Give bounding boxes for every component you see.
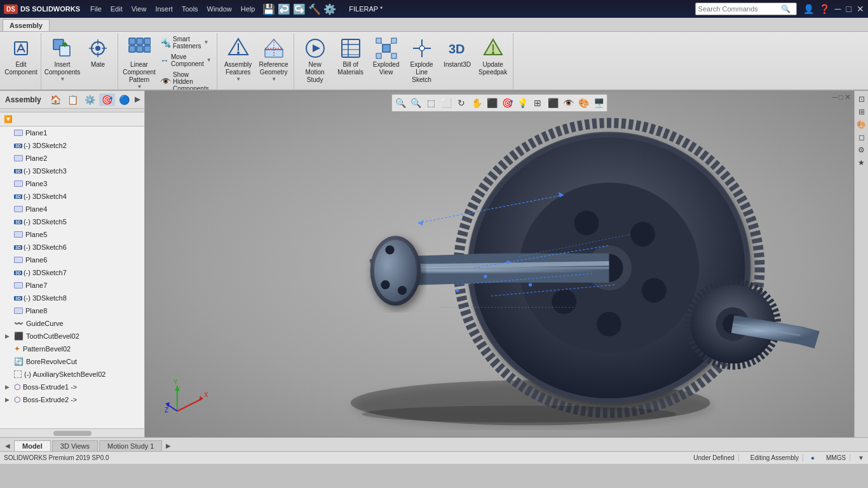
rotate-icon[interactable]: ↻ (454, 96, 468, 110)
tab-model[interactable]: Model (14, 440, 51, 451)
minimize-icon[interactable]: ─ (835, 4, 841, 14)
new-motion-study-button[interactable]: NewMotionStudy (298, 34, 332, 80)
pan-icon[interactable]: ✋ (470, 96, 484, 110)
instant3d-button[interactable]: 3D Instant3D (440, 34, 475, 80)
bottom-tab-scroll-left[interactable]: ◀ (3, 440, 13, 451)
scrollbar-thumb[interactable] (53, 431, 92, 436)
qa-rebuild-icon[interactable]: 🔨 (308, 3, 321, 15)
tab-motion-study-1[interactable]: Motion Study 1 (99, 440, 162, 451)
section-view-icon[interactable]: ⬛ (485, 96, 499, 110)
update-speedpak-button[interactable]: UpdateSpeedpak (476, 34, 510, 80)
tree-item-boss-extrude2[interactable]: ▶ ⬡ Boss-Extrude2 -> (0, 393, 144, 406)
tree-item-3dsketch4[interactable]: 3D (-) 3DSketch4 (0, 190, 144, 203)
tree-item-plane7[interactable]: Plane7 (0, 279, 144, 292)
maximize-icon[interactable]: □ (846, 4, 851, 14)
menu-tools[interactable]: Tools (178, 4, 202, 14)
move-component-button[interactable]: ↔️ MoveComponent ▼ (158, 52, 214, 69)
shading-icon[interactable]: 💡 (515, 96, 529, 110)
view-orient-icon[interactable]: 🎯 (500, 96, 514, 110)
reference-geometry-dropdown[interactable]: ▼ (271, 76, 276, 82)
user-icon[interactable]: 👤 (803, 4, 814, 14)
menu-view[interactable]: View (128, 4, 151, 14)
rp-btn-4[interactable]: ◻ (856, 132, 867, 143)
tree-item-guidecurve[interactable]: 〰️ GuideCurve (0, 317, 144, 330)
tree-item-plane2[interactable]: Plane2 (0, 152, 144, 165)
rp-btn-3[interactable]: 🎨 (856, 119, 867, 130)
tree-item-boss-extrude1[interactable]: ▶ ⬡ Boss-Extrude1 -> (0, 381, 144, 393)
mate-button[interactable]: Mate (81, 34, 115, 80)
insert-components-button[interactable]: InsertComponents ▼ (45, 34, 79, 80)
smart-fasteners-dropdown[interactable]: ▼ (203, 39, 208, 45)
panel-forward-icon[interactable]: ▶ (133, 93, 142, 106)
search-input[interactable] (698, 5, 781, 13)
rp-btn-1[interactable]: ⊡ (856, 93, 867, 105)
tree-item-3dsketch7[interactable]: 3D (-) 3DSketch7 (0, 266, 144, 279)
tree-item-plane1[interactable]: Plane1 (0, 126, 144, 139)
assembly-features-dropdown[interactable]: ▼ (236, 76, 241, 82)
scene-icon[interactable]: 🖥️ (592, 96, 606, 110)
qa-save-icon[interactable]: 💾 (262, 3, 275, 15)
qa-redo-icon[interactable]: ↪️ (293, 3, 306, 15)
explode-line-sketch-button[interactable]: ExplodeLineSketch (405, 34, 439, 80)
tab-3d-views[interactable]: 3D Views (52, 440, 98, 451)
rp-btn-5[interactable]: ⚙ (856, 144, 867, 156)
rp-btn-2[interactable]: ⊞ (856, 106, 867, 118)
viewport[interactable]: 🔍 🔍 ⬚ ⬜ ↻ ✋ ⬛ 🎯 💡 ⊞ ⬛ 👁️ 🎨 🖥️ (145, 91, 854, 437)
appearance-icon[interactable]: 🎨 (576, 96, 590, 110)
edit-component-button[interactable]: EditComponent (4, 34, 38, 80)
qa-options-icon[interactable]: ⚙️ (323, 3, 336, 15)
units-dropdown[interactable]: ▼ (858, 454, 864, 461)
menu-window[interactable]: Window (203, 4, 236, 14)
hide-show-icon[interactable]: 👁️ (561, 96, 575, 110)
feature-tree[interactable]: Plane1 3D (-) 3DSketch2 Plane2 3D (-) 3D… (0, 126, 144, 428)
menu-edit[interactable]: Edit (107, 4, 126, 14)
tree-item-auxiliarysketchbevel02[interactable]: (-) AuxiliarySketchBevel02 (0, 368, 144, 381)
tab-assembly[interactable]: Assembly (3, 19, 50, 31)
tree-item-plane6[interactable]: Plane6 (0, 254, 144, 266)
menu-insert[interactable]: Insert (151, 4, 177, 14)
tree-item-plane4[interactable]: Plane4 (0, 203, 144, 215)
menu-help[interactable]: Help (237, 4, 259, 14)
insert-components-dropdown[interactable]: ▼ (60, 76, 65, 82)
linear-component-pattern-dropdown[interactable]: ▼ (137, 84, 142, 90)
zoom-area-icon[interactable]: ⬚ (424, 96, 438, 110)
bottom-tab-scroll-right[interactable]: ▶ (163, 440, 173, 451)
configuration-manager-icon[interactable]: ⚙️ (82, 93, 98, 106)
tree-item-3dsketch3[interactable]: 3D (-) 3DSketch3 (0, 165, 144, 177)
horizontal-scrollbar[interactable] (0, 428, 144, 437)
search-icon[interactable]: 🔍 (781, 4, 790, 13)
smart-fasteners-button[interactable]: 🔩 SmartFasteners ▼ (158, 34, 214, 51)
tree-item-patternbevel02[interactable]: ✦ PatternBevel02 (0, 342, 144, 355)
tree-item-3dsketch5[interactable]: 3D (-) 3DSketch5 (0, 215, 144, 228)
tree-item-3dsketch8[interactable]: 3D (-) 3DSketch8 (0, 292, 144, 304)
tree-item-3dsketch6[interactable]: 3D (-) 3DSketch6 (0, 241, 144, 254)
viewport-maximize-icon[interactable]: □ (839, 93, 843, 102)
close-icon[interactable]: ✕ (857, 4, 864, 14)
dim-xpert-icon[interactable]: 🎯 (99, 93, 115, 106)
zoom-to-fit-icon[interactable]: 🔍 (409, 96, 423, 110)
search-box[interactable]: 🔍 (695, 3, 797, 15)
property-manager-icon[interactable]: 📋 (65, 93, 81, 106)
tree-item-plane5[interactable]: Plane5 (0, 228, 144, 241)
bill-of-materials-button[interactable]: Bill ofMaterials (334, 34, 368, 80)
wireframe-icon[interactable]: ⊞ (531, 96, 545, 110)
menu-file[interactable]: File (86, 4, 105, 14)
tree-item-plane8[interactable]: Plane8 (0, 304, 144, 317)
display-mode-icon[interactable]: ⬛ (546, 96, 560, 110)
help-icon[interactable]: ❓ (819, 4, 830, 14)
reference-geometry-button[interactable]: ReferenceGeometry ▼ (257, 34, 291, 80)
show-hidden-components-button[interactable]: 👁️ ShowHiddenComponents (158, 70, 214, 90)
linear-component-pattern-button[interactable]: LinearComponentPattern ▼ (122, 34, 156, 80)
viewport-close-icon[interactable]: ✕ (844, 93, 851, 102)
assembly-features-button[interactable]: AssemblyFeatures ▼ (221, 34, 255, 80)
qa-undo-icon[interactable]: ↩️ (278, 3, 290, 15)
zoom-in-icon[interactable]: 🔍 (393, 96, 407, 110)
tree-item-toothcutbevel02[interactable]: ▶ ⬛ ToothCutBevel02 (0, 330, 144, 342)
display-manager-icon[interactable]: 🔵 (116, 93, 132, 106)
tree-item-plane3[interactable]: Plane3 (0, 177, 144, 190)
viewport-minimize-icon[interactable]: ─ (832, 93, 837, 102)
move-component-dropdown[interactable]: ▼ (207, 57, 212, 63)
rp-btn-6[interactable]: ★ (856, 157, 867, 168)
tree-item-borevolvecut[interactable]: 🔄 BoreRevolveCut (0, 355, 144, 368)
tree-item-3dsketch2[interactable]: 3D (-) 3DSketch2 (0, 139, 144, 152)
